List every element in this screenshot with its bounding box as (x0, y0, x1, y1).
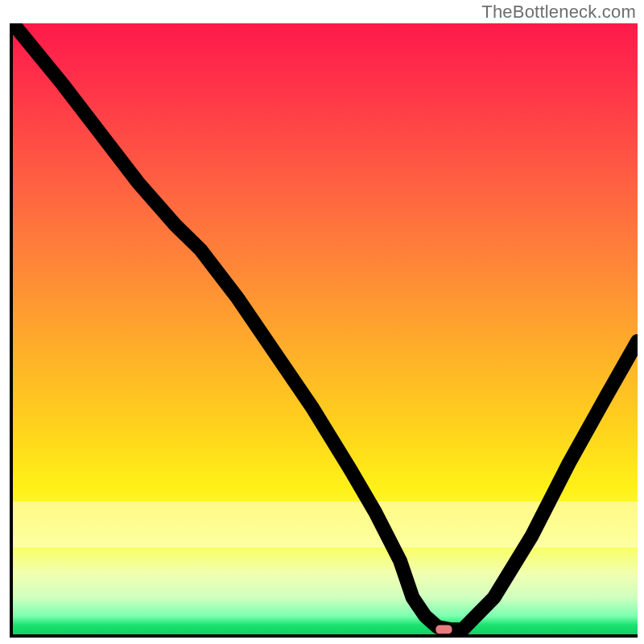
plot-area (10, 23, 638, 638)
min-marker (436, 625, 452, 634)
watermark-text: TheBottleneck.com (481, 2, 636, 23)
curve-path (13, 23, 638, 630)
bottleneck-curve (13, 23, 638, 634)
chart-container: TheBottleneck.com (0, 0, 644, 644)
